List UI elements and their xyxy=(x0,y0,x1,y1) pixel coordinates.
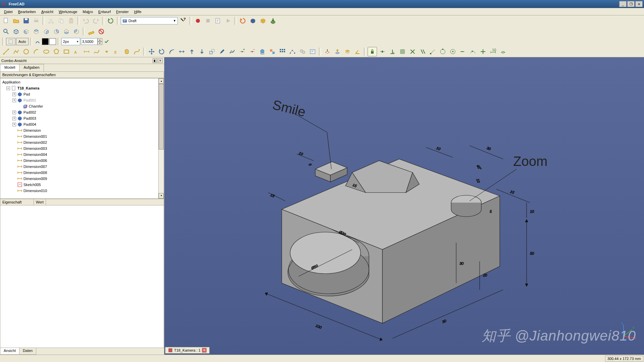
spin-down[interactable]: ▾ xyxy=(98,42,102,45)
restore-button[interactable]: ❐ xyxy=(627,1,635,7)
draft-rectangle-button[interactable] xyxy=(62,47,71,56)
draft-downgrade-button[interactable] xyxy=(197,47,207,56)
snap-workingplane-button[interactable] xyxy=(498,47,508,56)
snap-extension-button[interactable] xyxy=(458,47,468,56)
expand-icon[interactable]: + xyxy=(12,117,16,120)
undo-button[interactable] xyxy=(81,16,91,25)
tree-item[interactable]: Chamfer xyxy=(1,103,163,109)
panel-undock-button[interactable]: ◧ xyxy=(153,58,157,63)
expand-icon[interactable]: + xyxy=(12,99,16,102)
draft-bezier-button[interactable] xyxy=(132,47,142,56)
model-tree[interactable]: Applikation−T18_Kamera+Pad+Pad001Chamfer… xyxy=(0,78,164,194)
workbench-selector[interactable]: Draft ▼ xyxy=(121,17,178,24)
save-button[interactable] xyxy=(21,16,31,25)
draft-offset-button[interactable] xyxy=(167,47,176,56)
draft-shape2d-button[interactable] xyxy=(258,47,267,56)
draft-draft2sketch-button[interactable] xyxy=(268,47,277,56)
macro-record-button[interactable] xyxy=(193,16,203,25)
tree-item[interactable]: Dimension008 xyxy=(1,170,163,176)
macro-play-button[interactable] xyxy=(223,16,233,25)
print-button[interactable] xyxy=(32,16,41,25)
snap-angle-button[interactable] xyxy=(438,47,447,56)
prop-tab-view[interactable]: Ansicht xyxy=(0,348,19,355)
tree-item[interactable]: Dimension006 xyxy=(1,158,163,164)
expand-icon[interactable]: + xyxy=(12,93,16,96)
zoom-fit-button[interactable] xyxy=(1,27,11,36)
menu-hilfe[interactable]: Hilfe xyxy=(131,9,144,14)
tree-item[interactable]: +Pad003 xyxy=(1,115,163,121)
tree-item[interactable]: Dimension002 xyxy=(1,139,163,145)
menu-datei[interactable]: Datei xyxy=(1,9,15,14)
draft-array-button[interactable] xyxy=(278,47,287,56)
open-file-button[interactable] xyxy=(11,16,21,25)
menu-ansicht[interactable]: Ansicht xyxy=(39,9,56,14)
draft-addpoint-button[interactable]: + xyxy=(237,47,247,56)
font-size-input[interactable] xyxy=(81,38,98,45)
draft-wire2spline-button[interactable] xyxy=(227,47,237,56)
draft-delpoint-button[interactable]: − xyxy=(248,47,257,56)
tree-item[interactable]: Dimension001 xyxy=(1,133,163,139)
draft-bspline-button[interactable] xyxy=(92,47,101,56)
expand-icon[interactable]: + xyxy=(12,111,16,114)
construction-mode-button[interactable] xyxy=(6,38,15,45)
refresh-button[interactable] xyxy=(106,16,115,25)
draft-upgrade-button[interactable] xyxy=(187,47,197,56)
view-front-button[interactable] xyxy=(21,27,31,36)
snap-perpendicular-button[interactable] xyxy=(388,47,397,56)
copy-button[interactable] xyxy=(56,16,66,25)
line-color-swatch[interactable] xyxy=(49,38,56,45)
menu-fenster[interactable]: Fenster xyxy=(113,9,131,14)
expand-icon[interactable]: − xyxy=(6,86,10,90)
spin-up[interactable]: ▴ xyxy=(98,38,102,42)
tree-item[interactable]: Dimension010 xyxy=(1,188,163,194)
tree-document[interactable]: −T18_Kamera xyxy=(1,85,163,91)
snap-intersection-button[interactable] xyxy=(408,47,417,56)
box-blue-button[interactable] xyxy=(248,16,258,25)
snap-endpoint-button[interactable] xyxy=(428,47,437,56)
cut-button[interactable] xyxy=(46,16,56,25)
viewport-3d[interactable]: 100 30 50 10 20 30 Ø50 xyxy=(164,57,644,355)
draft-drawing-button[interactable] xyxy=(308,47,317,56)
draft-point-button[interactable] xyxy=(102,47,111,56)
tab-model[interactable]: Modell xyxy=(0,64,19,71)
reload-orange-button[interactable] xyxy=(238,16,248,25)
draft-clone-button[interactable] xyxy=(298,47,307,56)
draft-polygon-button[interactable] xyxy=(52,47,61,56)
tree-item[interactable]: Dimension003 xyxy=(1,145,163,152)
tree-item[interactable]: Sketch005 xyxy=(1,182,163,188)
snap-midpoint-button[interactable] xyxy=(378,47,387,56)
draft-text-button[interactable]: A xyxy=(72,47,81,56)
prop-tab-data[interactable]: Daten xyxy=(19,348,36,355)
menu-makro[interactable]: Makro xyxy=(80,9,96,14)
draft-wire-button[interactable] xyxy=(11,47,21,56)
snap-grid-button[interactable] xyxy=(398,47,407,56)
draft-line-button[interactable] xyxy=(1,47,11,56)
snap-dimensions-button[interactable]: 10 xyxy=(488,47,498,56)
draft-scale-button[interactable] xyxy=(207,47,217,56)
draft-arc-button[interactable] xyxy=(32,47,41,56)
wp-angle-button[interactable] xyxy=(353,47,362,56)
view-left-button[interactable] xyxy=(72,27,81,36)
tree-item[interactable]: +Pad001 xyxy=(1,97,163,103)
document-tab[interactable]: T18_Kamera : 1 ✕ xyxy=(165,347,210,354)
snap-ortho-button[interactable] xyxy=(478,47,488,56)
snap-near-button[interactable] xyxy=(468,47,478,56)
draft-shapestring-button[interactable]: S xyxy=(112,47,121,56)
apply-style-button[interactable] xyxy=(103,38,110,45)
view-bottom-button[interactable] xyxy=(62,27,71,36)
no-entry-button[interactable] xyxy=(97,27,106,36)
tree-item[interactable]: Dimension004 xyxy=(1,152,163,158)
tab-tasks[interactable]: Aufgaben xyxy=(19,64,44,71)
tree-item[interactable]: Dimension007 xyxy=(1,164,163,170)
expand-icon[interactable]: + xyxy=(12,123,16,126)
box-yellow-button[interactable] xyxy=(258,16,268,25)
draft-move-button[interactable] xyxy=(147,47,156,56)
wp-layers-button[interactable] xyxy=(343,47,352,56)
scroll-up-button[interactable]: ▴ xyxy=(159,78,164,84)
tree-scrollbar[interactable]: ▴ ▾ xyxy=(158,78,164,198)
draft-patharray-button[interactable] xyxy=(288,47,297,56)
import-button[interactable] xyxy=(268,16,278,25)
macro-stop-button[interactable] xyxy=(203,16,213,25)
view-top-button[interactable] xyxy=(32,27,41,36)
scroll-down-button[interactable]: ▾ xyxy=(159,193,164,198)
